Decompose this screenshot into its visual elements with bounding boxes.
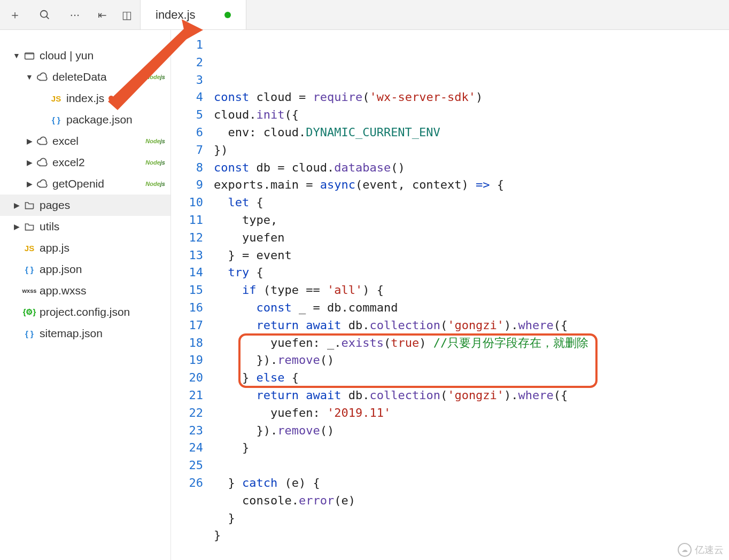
file-explorer[interactable]: ▼ cloud | yun ▼deleteDataNodejsJSindex.j… (0, 30, 171, 560)
tab-title: index.js (156, 8, 196, 22)
tree-label: cloud | yun (40, 49, 94, 62)
line-number: 16 (171, 299, 203, 317)
split-button[interactable]: ◫ (114, 0, 139, 29)
tree-item-excel[interactable]: ▶excelNodejs (0, 130, 170, 152)
code-line: console.error(e) (214, 492, 729, 510)
code-line (214, 457, 729, 475)
collapse-button[interactable]: ⇤ (90, 0, 114, 29)
tree-item-app-wxss[interactable]: wxssapp.wxss (0, 280, 170, 301)
tree-label: excel (52, 135, 79, 147)
line-number: 19 (171, 352, 203, 369)
code-line: }).remove() (214, 352, 729, 369)
line-number: 8 (171, 159, 203, 177)
line-number: 15 (171, 282, 203, 299)
line-number: 5 (171, 106, 203, 124)
tree-item-project-config-json[interactable]: {⚙}project.config.json (0, 301, 170, 323)
tree-item-app-json[interactable]: { }app.json (0, 259, 170, 280)
line-number: 12 (171, 229, 203, 247)
tree-item-utils[interactable]: ▶utils (0, 216, 170, 237)
tree-label: utils (40, 220, 59, 233)
code-line: const _ = db.command (214, 299, 729, 317)
tab-index-js[interactable]: index.js (140, 0, 246, 29)
code-line: exports.main = async(event, context) => … (214, 176, 729, 194)
line-number: 26 (171, 475, 203, 492)
json-icon: { } (49, 115, 63, 125)
line-number: 25 (171, 457, 203, 475)
line-number: 24 (171, 439, 203, 457)
code-line: cloud.init({ (214, 106, 729, 124)
search-button[interactable] (30, 0, 60, 29)
cloud-icon (35, 178, 49, 190)
tree-item-excel2[interactable]: ▶excel2Nodejs (0, 152, 170, 173)
config-icon: {⚙} (22, 307, 36, 317)
search-icon (39, 9, 51, 21)
collapse-icon: ⇤ (98, 9, 107, 21)
line-number: 17 (171, 317, 203, 335)
dirty-dot-icon (108, 96, 114, 101)
chevron-right-icon: ▶ (24, 180, 35, 188)
code-line: } (214, 439, 729, 457)
chevron-right-icon: ▶ (24, 137, 35, 145)
line-number: 1 (171, 36, 203, 54)
code-editor[interactable]: 1234567891011121314151617181920212223242… (171, 30, 729, 560)
tree-label: app.wxss (40, 284, 87, 297)
new-file-button[interactable]: ＋ (0, 0, 30, 29)
code-line: return await db.collection('gongzi').whe… (214, 387, 729, 405)
line-number: 10 (171, 194, 203, 212)
chevron-down-icon: ▼ (11, 51, 22, 60)
tree-item-getopenid[interactable]: ▶getOpenidNodejs (0, 173, 170, 195)
tree-item-package-json[interactable]: { }package.json (0, 109, 170, 130)
tree-label: app.json (40, 263, 82, 276)
tree-label: deleteData (52, 71, 107, 83)
tree-label: project.config.json (40, 306, 130, 318)
tree-item-app-js[interactable]: JSapp.js (0, 237, 170, 259)
tree-item-deletedata[interactable]: ▼deleteDataNodejs (0, 66, 170, 88)
code-line: try { (214, 264, 729, 282)
line-number: 6 (171, 124, 203, 142)
tree-item-pages[interactable]: ▶pages (0, 195, 170, 216)
line-number: 18 (171, 335, 203, 352)
line-number: 22 (171, 405, 203, 422)
code-line: if (type == 'all') { (214, 282, 729, 299)
tree-label: index.js (66, 92, 104, 105)
nodejs-badge: Nodejs (145, 138, 165, 144)
line-number: 11 (171, 212, 203, 229)
line-number: 20 (171, 369, 203, 387)
js-icon: JS (22, 244, 36, 253)
code-line: } (214, 510, 729, 527)
tree-item-sitemap-json[interactable]: { }sitemap.json (0, 323, 170, 344)
code-line: yuefen (214, 229, 729, 247)
svg-point-0 (41, 10, 48, 17)
split-icon: ◫ (122, 9, 132, 21)
more-button[interactable]: ··· (60, 0, 90, 29)
tree-item-index-js[interactable]: JSindex.js (0, 88, 170, 109)
code-line: type, (214, 212, 729, 229)
line-number: 9 (171, 176, 203, 194)
tree-root[interactable]: ▼ cloud | yun (0, 45, 170, 66)
plus-icon: ＋ (9, 7, 21, 23)
tree-label: app.js (40, 242, 69, 254)
top-toolbar: ＋ ··· ⇤ ◫ index.js (0, 0, 729, 30)
cloud-icon (35, 157, 49, 168)
code-line: let { (214, 194, 729, 212)
line-number: 23 (171, 422, 203, 440)
line-number: 2 (171, 54, 203, 72)
nodejs-badge: Nodejs (145, 74, 165, 80)
code-area[interactable]: const cloud = require('wx-server-sdk')cl… (214, 30, 729, 560)
folder-icon (22, 200, 36, 211)
tree-label: pages (40, 199, 70, 212)
watermark-icon: ☁ (678, 543, 692, 557)
watermark-text: 亿速云 (695, 543, 724, 556)
watermark: ☁ 亿速云 (678, 543, 724, 557)
code-line: yuefen: _.exists(true) //只要月份字段存在，就删除 (214, 335, 729, 352)
line-number: 14 (171, 264, 203, 282)
line-number: 13 (171, 247, 203, 265)
tree-label: package.json (66, 113, 133, 126)
code-line: }) (214, 142, 729, 159)
more-icon: ··· (70, 8, 80, 22)
cloud-icon (35, 135, 49, 147)
code-line: yuefen: '2019.11' (214, 405, 729, 422)
cloud-icon (35, 71, 49, 83)
line-number: 4 (171, 89, 203, 106)
wxss-icon: wxss (22, 287, 36, 294)
